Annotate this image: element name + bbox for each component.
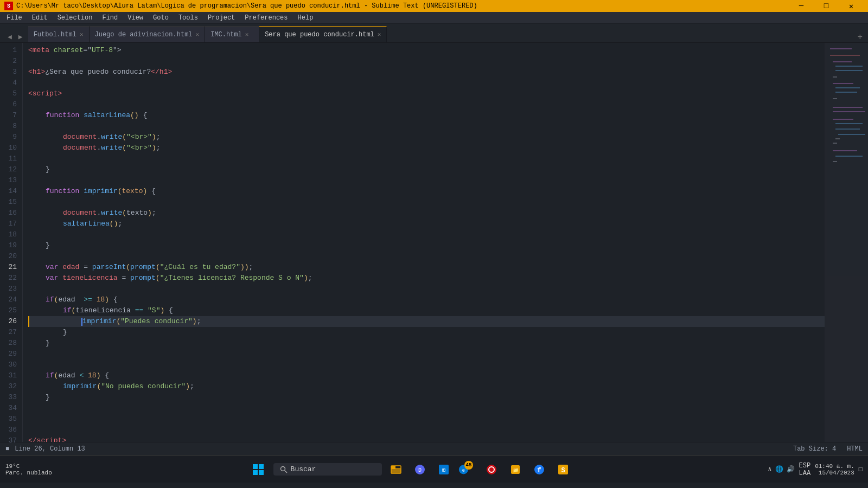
tab-conducir-close[interactable]: ✕ — [378, 31, 381, 38]
svg-rect-5 — [833, 76, 837, 78]
taskbar-opera-icon[interactable] — [482, 460, 501, 479]
line-num-26: 26 — [5, 316, 17, 327]
svg-rect-9 — [833, 98, 837, 99]
code-line-18 — [28, 229, 825, 240]
tab-futbol[interactable]: Futbol.html ✕ — [28, 26, 90, 42]
svg-rect-24 — [259, 470, 264, 475]
tab-imc-close[interactable]: ✕ — [245, 31, 249, 38]
sublime-icon: S — [4, 2, 13, 10]
code-line-11 — [28, 153, 825, 164]
tab-imc[interactable]: IMC.html ✕ — [205, 26, 259, 42]
svg-rect-1 — [830, 55, 860, 56]
line-num-5: 5 — [5, 88, 17, 99]
taskbar-facebook-icon[interactable]: f — [529, 460, 549, 479]
svg-rect-0 — [830, 48, 852, 49]
svg-point-36 — [487, 465, 496, 474]
nav-forward-button[interactable]: ▶ — [15, 31, 26, 42]
search-bar[interactable]: Buscar — [273, 463, 382, 476]
minimap-svg — [825, 43, 868, 442]
code-line-5: <script> — [28, 88, 825, 99]
notification-center-icon[interactable]: □ — [859, 466, 863, 473]
tab-futbol-close[interactable]: ✕ — [80, 31, 84, 38]
taskbar-discord-icon[interactable]: D — [410, 460, 430, 479]
tab-adivinacion[interactable]: Juego de adivinacion.html ✕ — [90, 26, 206, 42]
clock-widget[interactable]: 01:40 a. m. 15/04/2023 — [815, 463, 854, 476]
tabs-bar: ◀ ▶ Futbol.html ✕ Juego de adivinacion.h… — [0, 24, 868, 43]
tab-adivinacion-close[interactable]: ✕ — [196, 31, 200, 38]
title-bar: S C:\Users\Mr taco\Desktop\Alura Latam\L… — [0, 0, 868, 12]
line-num-25: 25 — [5, 305, 17, 316]
svg-rect-15 — [838, 134, 865, 135]
code-line-22: var tieneLicencia = prompt("¿Tienes lice… — [28, 273, 825, 284]
menu-help[interactable]: Help — [293, 13, 318, 23]
svg-rect-12 — [833, 119, 853, 120]
line-num-10: 10 — [5, 143, 17, 153]
taskbar-files2-icon[interactable]: 📁 — [506, 460, 525, 479]
line-numbers: 1 2 3 4 5 6 7 8 9 10 11 12 13 14 15 16 1… — [0, 43, 23, 442]
volume-icon[interactable]: 🔊 — [787, 465, 795, 473]
code-line-33: } — [28, 392, 825, 403]
language-code: ESP — [799, 462, 811, 470]
line-num-37: 37 — [5, 435, 17, 446]
code-area[interactable]: <meta charset="UTF-8"> <h1>¿Sera que pue… — [23, 43, 825, 442]
line-num-27: 27 — [5, 327, 17, 338]
tab-adivinacion-label: Juego de adivinacion.html — [95, 31, 193, 38]
notification-badge: 45 — [464, 461, 473, 470]
menu-tools[interactable]: Tools — [174, 13, 202, 23]
svg-text:S: S — [561, 467, 565, 474]
svg-rect-4 — [835, 70, 863, 71]
taskbar-store-icon[interactable]: ⊞ — [434, 460, 454, 479]
title-bar-controls: ─ □ ✕ — [789, 0, 864, 12]
code-line-14: function imprimir(texto) { — [28, 186, 825, 197]
code-line-30 — [28, 359, 825, 370]
line-num-8: 8 — [5, 121, 17, 132]
close-button[interactable]: ✕ — [839, 0, 864, 12]
svg-text:e: e — [462, 467, 464, 473]
line-num-9: 9 — [5, 132, 17, 143]
line-num-14: 14 — [5, 186, 17, 197]
code-line-3: <h1>¿Sera que puedo conducir?</h1> — [28, 67, 825, 78]
menu-find[interactable]: Find — [98, 13, 122, 23]
code-line-34 — [28, 403, 825, 414]
code-line-20 — [28, 251, 825, 262]
new-tab-button[interactable]: + — [852, 33, 868, 42]
menu-preferences[interactable]: Preferences — [240, 13, 292, 23]
tab-conducir[interactable]: Sera que puedo conducir.html ✕ — [259, 26, 387, 42]
menu-file[interactable]: File — [2, 13, 27, 23]
code-line-37: </script> — [28, 435, 825, 442]
menu-goto[interactable]: Goto — [149, 13, 173, 23]
taskbar-files-icon[interactable] — [386, 460, 406, 479]
minimize-button[interactable]: ─ — [789, 0, 814, 12]
menu-edit[interactable]: Edit — [28, 13, 52, 23]
status-right: Tab Size: 4 HTML — [793, 445, 863, 453]
code-line-29 — [28, 349, 825, 359]
tab-imc-label: IMC.html — [210, 31, 242, 38]
windows-logo-icon — [253, 464, 264, 475]
maximize-button[interactable]: □ — [814, 0, 839, 12]
network-icon[interactable]: 🌐 — [775, 465, 783, 473]
menu-view[interactable]: View — [123, 13, 148, 23]
line-num-30: 30 — [5, 359, 17, 370]
start-button[interactable] — [247, 459, 269, 480]
taskbar-sublime-icon[interactable]: S — [553, 460, 573, 479]
status-square-icon: ■ — [5, 445, 9, 453]
line-num-1: 1 — [5, 45, 17, 56]
taskbar-right: ∧ 🌐 🔊 ESP LAA 01:40 a. m. 15/04/2023 □ — [768, 462, 863, 477]
sublime-taskbar-icon: S — [557, 464, 569, 476]
title-bar-left: S C:\Users\Mr taco\Desktop\Alura Latam\L… — [4, 2, 477, 10]
svg-rect-17 — [833, 143, 837, 144]
chevron-up-icon[interactable]: ∧ — [768, 465, 771, 473]
store-icon: ⊞ — [438, 464, 450, 476]
svg-rect-22 — [259, 464, 264, 469]
language-widget: ESP LAA — [799, 462, 811, 477]
nav-back-button[interactable]: ◀ — [4, 31, 15, 42]
svg-rect-11 — [833, 111, 865, 112]
code-line-2 — [28, 56, 825, 67]
menu-project[interactable]: Project — [203, 13, 239, 23]
tab-conducir-label: Sera que puedo conducir.html — [265, 31, 374, 38]
taskbar-edge-icon[interactable]: e 45 — [458, 460, 477, 479]
line-num-12: 12 — [5, 164, 17, 175]
menu-selection[interactable]: Selection — [53, 13, 97, 23]
line-num-24: 24 — [5, 294, 17, 305]
line-num-11: 11 — [5, 153, 17, 164]
